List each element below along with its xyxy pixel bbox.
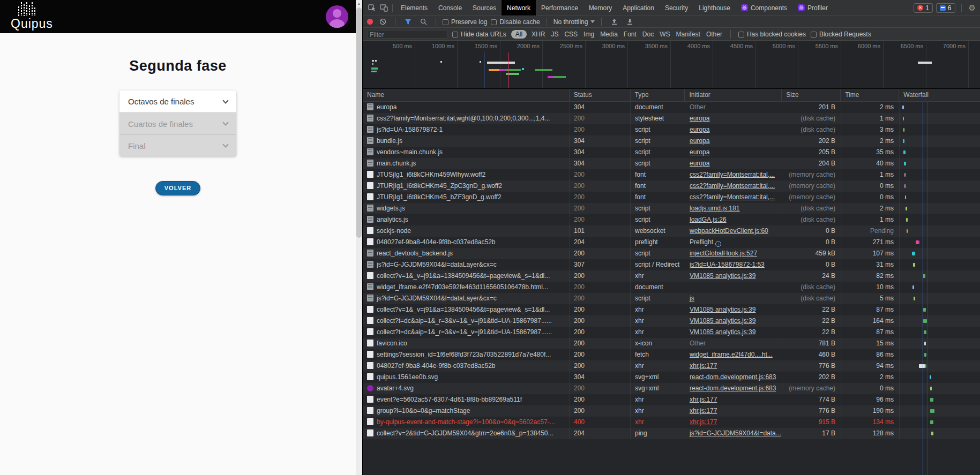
overview-graph[interactable]: 500 ms1000 ms1500 ms2000 ms2500 ms3000 m… xyxy=(363,41,980,89)
network-request-row[interactable]: avatar+4.svg200svg+xmlreact-dom.developm… xyxy=(363,383,980,394)
scrollbar-thumb[interactable] xyxy=(356,7,362,238)
column-header-status[interactable]: Status xyxy=(569,89,630,101)
network-request-row[interactable]: widgets.js200scriptloadjs.umd.js:181(dis… xyxy=(363,203,980,214)
network-request-row[interactable]: europa304documentOther201 B2 ms xyxy=(363,102,980,113)
network-request-row[interactable]: widget_iframe.e2f47d03e592fe463d11656051… xyxy=(363,282,980,293)
initiator-link[interactable]: react-dom.development.js:683 xyxy=(690,373,776,381)
network-request-row[interactable]: 048027ef-9ba8-404e-9f8b-c037ed8ac52b204p… xyxy=(363,237,980,248)
initiator-link[interactable]: css2?family=Montserrat:ital,... xyxy=(690,182,775,190)
filter-type-media[interactable]: Media xyxy=(600,31,618,38)
volver-button[interactable]: VOLVER xyxy=(155,181,200,195)
initiator-link[interactable]: injectGlobalHook.js:527 xyxy=(690,250,757,257)
tab-console[interactable]: Console xyxy=(433,0,467,16)
filter-type-xhr[interactable]: XHR xyxy=(532,31,545,38)
initiator-link[interactable]: react-dom.development.js:683 xyxy=(690,384,776,392)
initiator-link[interactable]: europa xyxy=(690,126,709,133)
record-button[interactable] xyxy=(367,19,373,25)
network-request-row[interactable]: js?id=UA-158679872-1200scripteuropa(disk… xyxy=(363,124,980,135)
initiator-link[interactable]: xhr.js:177 xyxy=(690,362,717,370)
has-blocked-cookies-checkbox[interactable]: Has blocked cookies xyxy=(738,31,806,38)
settings-gear-icon[interactable]: ⚙ xyxy=(969,3,976,13)
initiator-link[interactable]: europa xyxy=(690,137,709,145)
tab-sources[interactable]: Sources xyxy=(467,0,502,16)
filter-type-js[interactable]: JS xyxy=(551,31,558,38)
initiator-link[interactable]: xhr.js:177 xyxy=(690,418,717,426)
network-request-row[interactable]: collect?v=1&_v=j91&a=1384509456&t=pagevi… xyxy=(363,304,980,315)
filter-type-ws[interactable]: WS xyxy=(660,31,670,38)
import-har-icon[interactable] xyxy=(608,17,620,27)
network-request-row[interactable]: by-quipus-event-and-match-stage?l=100&o=… xyxy=(363,417,980,428)
column-header-size[interactable]: Size xyxy=(781,89,840,101)
initiator-link[interactable]: loadjs.umd.js:181 xyxy=(690,205,739,212)
device-toolbar-icon[interactable] xyxy=(378,3,390,13)
tab-components[interactable]: Components xyxy=(736,0,792,16)
user-avatar[interactable] xyxy=(326,5,348,28)
column-header-name[interactable]: Name xyxy=(363,89,569,101)
network-request-row[interactable]: collect?t=dc&aip=1&_r=3&v=1&_v=j91&tid=U… xyxy=(363,315,980,327)
tab-security[interactable]: Security xyxy=(660,0,693,16)
tab-lighthouse[interactable]: Lighthouse xyxy=(693,0,736,16)
filter-funnel-icon[interactable] xyxy=(402,17,414,27)
blocked-requests-checkbox[interactable]: Blocked Requests xyxy=(811,31,871,38)
network-request-row[interactable]: js?id=G-JGJDM59X04&l=dataLayer&cx=c200sc… xyxy=(363,293,980,304)
disable-cache-checkbox[interactable]: Disable cache xyxy=(491,18,540,26)
hide-data-urls-checkbox[interactable]: Hide data URLs xyxy=(452,31,506,38)
tab-performance[interactable]: Performance xyxy=(536,0,583,16)
initiator-link[interactable]: css2?family=Montserrat:ital,... xyxy=(690,193,775,201)
clear-log-icon[interactable] xyxy=(377,17,388,27)
filter-type-doc[interactable]: Doc xyxy=(642,31,654,38)
initiator-link[interactable]: xhr.js:177 xyxy=(690,396,717,403)
column-header-time[interactable]: Time xyxy=(840,89,899,101)
initiator-link[interactable]: europa xyxy=(690,160,709,167)
filter-type-all[interactable]: All xyxy=(511,30,527,39)
filter-type-manifest[interactable]: Manifest xyxy=(676,31,700,38)
tab-application[interactable]: Application xyxy=(617,0,660,16)
error-count-badge[interactable]: ✕ 1 xyxy=(914,3,933,13)
network-request-row[interactable]: group?l=10&o=0&g=matchStage200xhrxhr.js:… xyxy=(363,405,980,417)
filter-input[interactable]: Filter xyxy=(367,30,447,39)
network-request-row[interactable]: css2?family=Montserrat:ital,wght@0,100;0… xyxy=(363,113,980,124)
column-header-type[interactable]: Type xyxy=(630,89,685,101)
filter-type-img[interactable]: Img xyxy=(583,31,594,38)
column-header-waterfall[interactable]: Waterfall xyxy=(899,89,980,101)
initiator-link[interactable]: europa xyxy=(690,115,709,122)
dropdown-octavos[interactable]: Octavos de finales xyxy=(119,91,236,112)
page-scrollbar[interactable]: ▲ xyxy=(356,0,362,475)
export-har-icon[interactable] xyxy=(624,17,635,27)
network-request-row[interactable]: 048027ef-9ba8-404e-9f8b-c037ed8ac52b200x… xyxy=(363,360,980,372)
preserve-log-checkbox[interactable]: Preserve log xyxy=(443,18,487,26)
initiator-link[interactable]: VM1085 analytics.js:39 xyxy=(690,306,755,313)
initiator-link[interactable]: js?id=UA-158679872-1:53 xyxy=(690,261,765,268)
network-request-row[interactable]: js?id=G-JGJDM59X04&l=dataLayer&cx=c307sc… xyxy=(363,259,980,270)
network-request-row[interactable]: analytics.js200scriptloadGA.js:26(disk c… xyxy=(363,214,980,225)
issues-count-badge[interactable]: 6 xyxy=(936,3,955,13)
initiator-link[interactable]: js?id=G-JGJDM59X04&l=data... xyxy=(690,429,781,437)
initiator-link[interactable]: xhr.js:177 xyxy=(690,407,717,414)
network-request-row[interactable]: JTURjIg1_i6t8kCHKm45_ZpC3gnD_g.woff2200f… xyxy=(363,180,980,192)
preflight-info-icon[interactable]: ↓ xyxy=(715,241,721,247)
tab-profiler[interactable]: Profiler xyxy=(792,0,833,16)
initiator-link[interactable]: webpackHotDevClient.js:60 xyxy=(690,227,768,235)
dropdown-cuartos[interactable]: Cuartos de finales xyxy=(119,112,236,134)
initiator-link[interactable]: css2?family=Montserrat:ital,... xyxy=(690,171,775,178)
inspect-element-icon[interactable] xyxy=(366,3,378,13)
initiator-link[interactable]: VM1085 analytics.js:39 xyxy=(690,317,755,325)
initiator-link[interactable]: widget_iframe.e2f47d0....ht... xyxy=(690,351,773,358)
tab-network[interactable]: Network xyxy=(502,0,536,16)
network-request-row[interactable]: settings?session_id=1f6ef68fd3f723a70352… xyxy=(363,349,980,360)
network-request-row[interactable]: sockjs-node101websocketwebpackHotDevClie… xyxy=(363,225,980,237)
initiator-link[interactable]: loadGA.js:26 xyxy=(690,216,727,223)
filter-type-css[interactable]: CSS xyxy=(564,31,578,38)
network-request-row[interactable]: favicon.ico200x-iconOther781 B15 ms xyxy=(363,338,980,349)
filter-type-font[interactable]: Font xyxy=(624,31,637,38)
network-request-row[interactable]: bundle.js304scripteuropa202 B2 ms xyxy=(363,135,980,147)
tab-memory[interactable]: Memory xyxy=(583,0,617,16)
initiator-link[interactable]: europa xyxy=(690,148,709,156)
column-header-initiator[interactable]: Initiator xyxy=(684,89,781,101)
network-request-row[interactable]: JTUSjIg1_i6t8kCHKm459Wlhyw.woff2200fontc… xyxy=(363,169,980,180)
scrollbar-up-arrow[interactable]: ▲ xyxy=(356,0,362,7)
network-request-row[interactable]: vendors~main.chunk.js304scripteuropa205 … xyxy=(363,147,980,158)
network-request-row[interactable]: collect?t=dc&aip=1&_r=3&v=1&_v=j91&tid=U… xyxy=(363,327,980,338)
network-request-row[interactable]: event?e=5602ac57-6307-4d61-8f8b-bb89269a… xyxy=(363,394,980,405)
network-request-row[interactable]: JTURjIg1_i6t8kCHKm45_bZF3gnD_g.woff2200f… xyxy=(363,192,980,203)
